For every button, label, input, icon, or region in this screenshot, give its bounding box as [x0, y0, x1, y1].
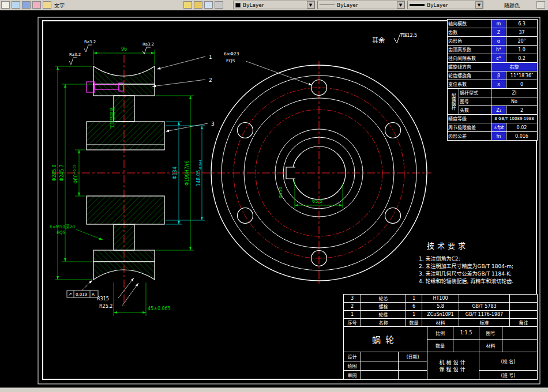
dim-d245: Φ245.7	[59, 164, 65, 181]
review-date-cell	[399, 371, 427, 380]
param-name: 精度等级	[448, 115, 491, 123]
svg-text:Ra3.2: Ra3.2	[142, 42, 154, 47]
rim-flange-top	[93, 84, 155, 96]
qty-value	[453, 340, 479, 352]
insert-block-icon[interactable]	[194, 1, 202, 9]
material-label: 材料	[479, 340, 502, 352]
linetype-control-combo[interactable]: ByLayer ▼	[317, 1, 405, 9]
make-block-icon[interactable]	[183, 1, 192, 9]
part-remark	[510, 295, 538, 303]
param-name: 螺旋线方向	[448, 63, 491, 71]
part-standard: GB/T 1176-1987	[459, 311, 510, 319]
scale-value: 1:1.5	[453, 327, 479, 340]
param-symbol: c*	[491, 54, 506, 63]
assembly-note: 装配后加工	[110, 107, 115, 129]
part-qty: 6	[406, 303, 422, 311]
new-file-icon[interactable]	[1, 1, 10, 9]
draw-label: 绘图	[344, 361, 361, 371]
attach-icon[interactable]	[204, 1, 213, 9]
gdt-frame: ↗ 0.019 A	[67, 280, 98, 297]
param-name: 蜗杆型式	[459, 89, 491, 97]
properties-icon[interactable]	[536, 1, 545, 9]
param-value: 0.2	[506, 54, 538, 63]
parameter-table: 轴向模数m6.3 齿数Z37 齿形角α20° 齿顶高系数h*1.0 径向间隙系数…	[447, 19, 537, 141]
dim-45: 45±0.065	[148, 306, 171, 311]
param-value: 0.016	[506, 132, 538, 141]
design-label: 设计	[344, 352, 361, 361]
tech-req-title: 技术要求	[427, 240, 538, 251]
rim-flange-bottom	[93, 250, 155, 262]
param-name: 齿形角	[448, 37, 491, 46]
gdt-value: 0.019	[76, 292, 87, 297]
lineweight-control-combo[interactable]: ByLayer ▼	[407, 1, 483, 9]
tech-req-item: 3. 未注明几何尺寸公差为GB/T 1184-K;	[419, 270, 538, 278]
text-tool-label: 文字	[54, 2, 65, 9]
keyway	[286, 167, 295, 179]
part-standard: GB/T 5783	[459, 303, 510, 311]
parts-header-name: 名称	[361, 319, 406, 327]
save-file-icon[interactable]	[22, 1, 31, 9]
chevron-down-icon[interactable]: ▼	[475, 1, 483, 9]
dim-d134: Φ134	[172, 167, 178, 179]
parts-header-no: 序号	[344, 319, 361, 327]
dim-65-5: 65.5	[312, 199, 322, 204]
drawing-canvas[interactable]: 装配后加工 96 Φ285.8 Φ245.7 Φ60+0.03	[0, 10, 548, 387]
status-bar	[0, 387, 548, 392]
chevron-down-icon[interactable]: ▼	[397, 1, 404, 9]
part-qty: 1	[406, 295, 422, 303]
default-roughness-note: 其余 Ra12.5	[372, 33, 417, 44]
lineweight-control-value: ByLayer	[427, 2, 448, 8]
param-value: 2	[506, 106, 538, 115]
qty-label: 数量	[427, 340, 453, 352]
param-name: 齿形公差	[448, 132, 491, 141]
plot-style-label: 随颜色	[504, 2, 520, 9]
material-value	[502, 340, 538, 352]
color-control-combo[interactable]: ByLayer ▼	[233, 1, 315, 9]
design-name-cell	[361, 352, 399, 361]
part-no: 2	[344, 303, 361, 311]
param-name: 齿顶高系数	[448, 46, 491, 54]
param-value: 0.02	[506, 123, 538, 132]
open-file-icon[interactable]	[12, 1, 20, 9]
part-standard	[459, 295, 510, 303]
param-symbol: ±fpt	[491, 123, 506, 132]
scale-label: 比例	[427, 327, 453, 340]
print-icon[interactable]	[32, 1, 41, 9]
draw-date-cell	[399, 361, 427, 371]
balloon-2: 2	[209, 77, 212, 83]
dim-d130: Φ130	[278, 187, 283, 198]
param-name: 径向间隙系数	[448, 54, 491, 63]
dim-m10-holes: 6×M10深20	[50, 224, 75, 229]
title-main-table: 蜗轮 比例 1:1.5 图号 数量 材料 设计 (日期) 机械设计课程设计 (校…	[343, 326, 538, 380]
param-name: 变位系数	[448, 80, 491, 89]
dim-m10-eqs: EQS	[57, 230, 66, 235]
dim-r25: R25.2	[99, 304, 112, 309]
param-name: 齿数	[448, 28, 491, 37]
part-material: HT100	[422, 295, 459, 303]
param-symbol: β	[491, 71, 506, 80]
web-top-section	[114, 96, 134, 122]
gdt-datum: A	[92, 292, 95, 297]
param-symbol: Z	[491, 28, 506, 37]
part-no: 3	[344, 295, 361, 303]
linetype-control-value: ByLayer	[337, 2, 358, 8]
layers-icon[interactable]	[215, 1, 223, 9]
tech-req-item: 1. 未注倒角为C2;	[419, 255, 538, 263]
draw-name-cell	[361, 361, 399, 371]
param-name: 轮齿螺旋角	[448, 71, 491, 80]
chevron-down-icon[interactable]: ▼	[307, 1, 314, 9]
part-material: 5.8	[422, 303, 459, 311]
parts-header-material: 材料	[422, 319, 459, 327]
param-value: 6.3	[506, 20, 538, 28]
part-qty: 1	[406, 311, 422, 319]
parts-header-qty: 数量	[406, 319, 422, 327]
technical-requirements: 技术要求 1. 未注倒角为C2; 2. 未注明加工尺寸精度为GB/T 1804-…	[419, 240, 538, 285]
part-name: 轮芯	[361, 295, 406, 303]
roughness-mark: Ra3.2	[69, 52, 81, 65]
mate-worm-group-label: 配偶蜗杆	[448, 89, 459, 115]
figure-no-value	[502, 327, 538, 340]
drawing-title: 蜗轮	[344, 327, 427, 352]
top-toolbar: 文字 ByLayer ▼ ByLayer ▼ ByLayer ▼ 随颜色	[0, 0, 548, 10]
param-value: 8 GB/T 10089-1988	[491, 115, 538, 123]
text-style-icon[interactable]	[43, 1, 51, 9]
